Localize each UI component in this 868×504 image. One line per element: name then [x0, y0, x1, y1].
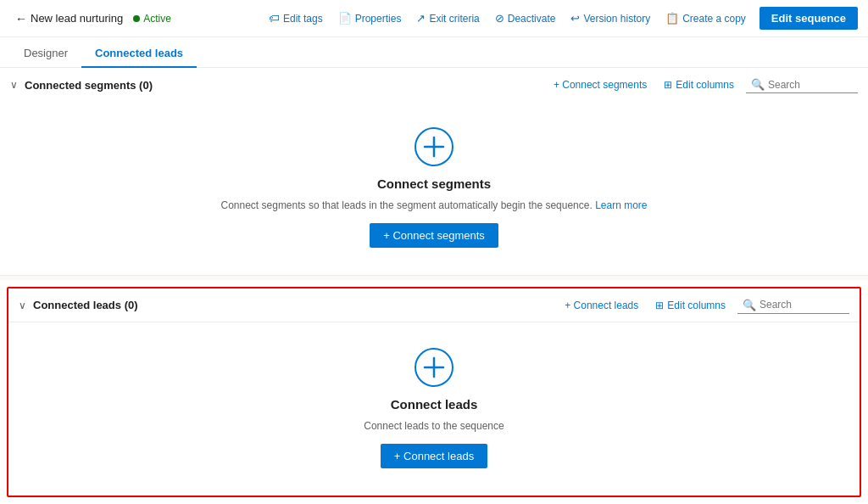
leads-chevron-icon[interactable]: ∨ — [19, 300, 26, 311]
edit-tags-button[interactable]: 🏷 Edit tags — [262, 7, 330, 30]
segments-search-box[interactable]: 🔍 — [746, 76, 858, 93]
segments-section-actions: + Connect segments ⊞ Edit columns 🔍 — [548, 76, 858, 94]
edit-sequence-button[interactable]: Edit sequence — [760, 7, 858, 30]
exit-criteria-icon: ↗ — [416, 12, 426, 25]
leads-section-title: Connected leads (0) — [33, 299, 553, 311]
status-badge: Active — [133, 13, 171, 25]
tag-icon: 🏷 — [269, 12, 280, 25]
search-segments-icon: 🔍 — [751, 78, 765, 91]
version-history-icon: ↩ — [570, 12, 580, 25]
top-bar-actions: 🏷 Edit tags 📄 Properties ↗ Exit criteria… — [262, 7, 858, 30]
edit-columns-leads-button[interactable]: ⊞ Edit columns — [650, 296, 731, 315]
back-button[interactable]: ← New lead nurturing — [10, 8, 128, 29]
edit-columns-leads-icon: ⊞ — [655, 300, 664, 311]
segments-search-input[interactable] — [768, 79, 853, 91]
leads-empty-desc: Connect leads to the sequence — [364, 420, 504, 432]
create-copy-button[interactable]: 📋 Create a copy — [659, 7, 753, 30]
segments-chevron-icon[interactable]: ∨ — [10, 79, 18, 91]
search-leads-icon: 🔍 — [743, 299, 756, 311]
section-spacer — [0, 276, 868, 280]
tab-bar: Designer Connected leads — [0, 37, 868, 68]
tab-connected-leads[interactable]: Connected leads — [81, 40, 197, 68]
segments-empty-state: Connect segments Connect segments so tha… — [0, 102, 868, 275]
edit-columns-segments-button[interactable]: ⊞ Edit columns — [659, 76, 739, 94]
main-content: ∨ Connected segments (0) + Connect segme… — [0, 68, 868, 504]
leads-search-box[interactable]: 🔍 — [737, 297, 849, 314]
leads-section-highlighted: ∨ Connected leads (0) + Connect leads ⊞ … — [7, 287, 861, 497]
back-arrow-icon: ← — [15, 12, 27, 25]
learn-more-link[interactable]: Learn more — [595, 199, 647, 211]
segments-section: ∨ Connected segments (0) + Connect segme… — [0, 68, 868, 276]
segments-section-title: Connected segments (0) — [25, 79, 542, 92]
exit-criteria-button[interactable]: ↗ Exit criteria — [409, 7, 486, 30]
leads-search-input[interactable] — [760, 299, 844, 311]
properties-icon: 📄 — [338, 12, 352, 25]
connect-segments-circle-icon — [413, 126, 455, 168]
connect-leads-header-button[interactable]: + Connect leads — [559, 296, 643, 315]
leads-empty-title: Connect leads — [391, 397, 478, 412]
leads-section-header: ∨ Connected leads (0) + Connect leads ⊞ … — [8, 288, 860, 322]
tab-designer[interactable]: Designer — [10, 40, 81, 68]
leads-section-actions: + Connect leads ⊞ Edit columns 🔍 — [559, 296, 849, 315]
status-dot-icon — [133, 15, 140, 22]
connect-leads-circle-icon — [413, 346, 455, 389]
connect-segments-button[interactable]: + Connect segments — [370, 223, 498, 248]
deactivate-button[interactable]: ⊘ Deactivate — [488, 7, 563, 30]
deactivate-icon: ⊘ — [495, 12, 504, 25]
status-label: Active — [143, 13, 171, 25]
segments-section-header: ∨ Connected segments (0) + Connect segme… — [0, 68, 868, 102]
connect-segments-header-button[interactable]: + Connect segments — [548, 76, 652, 94]
edit-columns-icon: ⊞ — [664, 79, 672, 91]
top-bar: ← New lead nurturing Active 🏷 Edit tags … — [0, 0, 868, 37]
copy-icon: 📋 — [665, 12, 679, 25]
leads-empty-state: Connect leads Connect leads to the seque… — [8, 322, 860, 496]
page-title: New lead nurturing — [31, 12, 123, 25]
segments-empty-title: Connect segments — [377, 176, 491, 191]
version-history-button[interactable]: ↩ Version history — [564, 7, 657, 30]
connect-leads-button[interactable]: + Connect leads — [381, 444, 487, 468]
properties-button[interactable]: 📄 Properties — [331, 7, 409, 30]
segments-empty-desc: Connect segments so that leads in the se… — [221, 199, 648, 211]
